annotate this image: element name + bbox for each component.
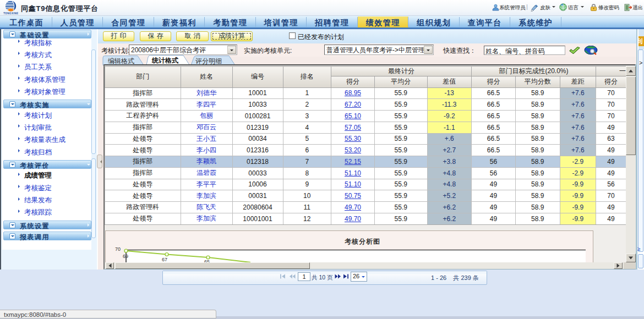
svg-text:69: 69 xyxy=(123,254,128,259)
svg-text:70: 70 xyxy=(115,246,121,252)
svg-text:67: 67 xyxy=(162,257,167,262)
svg-text:TONGXINE: TONGXINE xyxy=(3,12,18,15)
